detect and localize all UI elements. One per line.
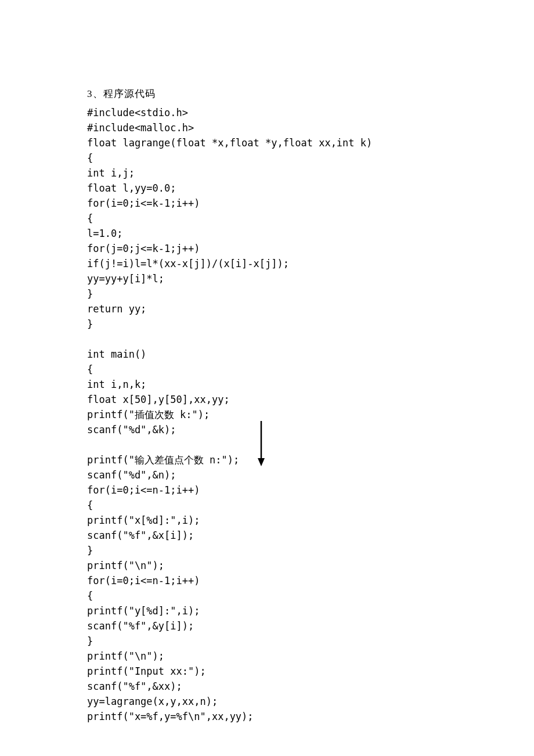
section-heading: 3、程序源代码 (87, 87, 447, 100)
code-wrapper: #include<stdio.h> #include<malloc.h> flo… (87, 105, 447, 724)
document-page: 3、程序源代码 #include<stdio.h> #include<mallo… (0, 0, 447, 724)
source-code-block: #include<stdio.h> #include<malloc.h> flo… (87, 105, 447, 724)
